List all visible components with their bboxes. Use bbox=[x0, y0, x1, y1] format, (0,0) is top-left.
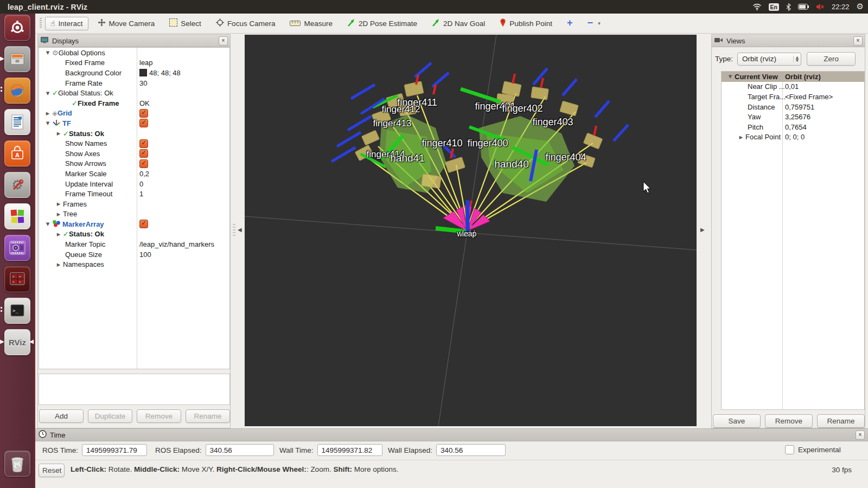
collapse-arrow-icon[interactable]: ▶ bbox=[43, 111, 52, 116]
views-close-icon[interactable]: × bbox=[853, 36, 863, 46]
tree-row-value[interactable]: 30 bbox=[139, 79, 147, 87]
tree-row-value[interactable]: ✓ bbox=[139, 139, 148, 148]
volume-muted-icon[interactable] bbox=[816, 3, 825, 10]
tree-row-value[interactable]: ✓ bbox=[139, 159, 148, 168]
tree-row-background-color[interactable]: Background Color48; 48; 48 bbox=[39, 68, 229, 78]
tree-row-tree[interactable]: ▶Tree bbox=[39, 209, 229, 220]
collapse-arrow-icon[interactable]: ▶ bbox=[737, 134, 745, 140]
tree-row-fixed-frame[interactable]: ✓Fixed FrameOK bbox=[39, 98, 229, 108]
tree-row-distance[interactable]: Distance0,759751 bbox=[722, 102, 864, 112]
collapse-right-icon[interactable]: ▶ bbox=[700, 227, 705, 233]
tree-row-queue-size[interactable]: Queue Size100 bbox=[39, 249, 229, 260]
tree-row-frame-timeout[interactable]: Frame Timeout1 bbox=[39, 189, 229, 199]
tree-row-value[interactable]: <Fixed Frame> bbox=[785, 93, 833, 101]
tree-row-near-clip-[interactable]: Near Clip ...0,01 bbox=[722, 82, 864, 92]
tree-row-status-ok[interactable]: ▶✓Status: Ok bbox=[39, 229, 229, 240]
time-field-input[interactable]: 340.56 bbox=[436, 444, 506, 456]
expand-arrow-icon[interactable]: ▼ bbox=[43, 91, 52, 96]
experimental-checkbox[interactable]: Experimental bbox=[785, 445, 841, 454]
launcher-libreoffice-writer-icon[interactable] bbox=[4, 109, 30, 135]
tool-plus[interactable]: + bbox=[561, 16, 578, 30]
tree-row-fixed-frame[interactable]: Fixed Frameleap bbox=[39, 58, 229, 68]
battery-icon[interactable] bbox=[798, 4, 809, 10]
session-gear-icon[interactable]: ⚙ bbox=[857, 3, 864, 11]
toolbar-grip[interactable] bbox=[40, 18, 42, 29]
keyboard-layout-indicator[interactable]: En bbox=[769, 3, 779, 11]
time-field-input[interactable]: 1495999371.82 bbox=[317, 444, 382, 456]
tool-2d-pose-estimate[interactable]: 2D Pose Estimate bbox=[342, 16, 423, 31]
tree-row-value[interactable]: /leap_viz/hand_markers bbox=[139, 240, 214, 248]
reset-button[interactable]: Reset bbox=[39, 464, 65, 477]
add-button[interactable]: Add bbox=[39, 409, 84, 423]
tree-row-value[interactable]: 3,25676 bbox=[785, 113, 810, 121]
tree-row-global-options[interactable]: ▼⚙Global Options bbox=[39, 48, 229, 58]
checked-checkbox[interactable]: ✓ bbox=[139, 109, 148, 118]
launcher-terminal-icon[interactable]: >_ bbox=[4, 298, 30, 324]
tree-row-value[interactable]: Orbit (rviz) bbox=[785, 73, 821, 81]
launcher-system-settings-icon[interactable]: ⚙ bbox=[4, 172, 30, 198]
collapse-arrow-icon[interactable]: ▶ bbox=[54, 211, 63, 217]
3d-viewport[interactable]: finger411finger412finger413finger410fing… bbox=[245, 35, 697, 426]
tool-select[interactable]: Select bbox=[164, 16, 207, 31]
tree-row-value[interactable]: 0,759751 bbox=[785, 103, 814, 111]
expand-arrow-icon[interactable]: ▼ bbox=[43, 50, 52, 55]
views-panel-header[interactable]: Views × bbox=[712, 35, 865, 47]
tool-interact[interactable]: ☝Interact bbox=[45, 17, 88, 30]
checked-checkbox[interactable]: ✓ bbox=[139, 220, 148, 228]
tree-row-frame-rate[interactable]: Frame Rate30 bbox=[39, 78, 229, 88]
tree-row-show-axes[interactable]: Show Axes✓ bbox=[39, 149, 229, 159]
tree-row-value[interactable]: 100 bbox=[139, 251, 151, 259]
launcher-firefox-icon[interactable] bbox=[4, 78, 30, 104]
tree-row-show-arrows[interactable]: Show Arrows✓ bbox=[39, 159, 229, 169]
launcher-terminator-icon[interactable]: >>>> bbox=[4, 266, 30, 292]
collapse-arrow-icon[interactable]: ▶ bbox=[54, 201, 63, 207]
zero-button[interactable]: Zero bbox=[807, 52, 856, 66]
launcher-dash-icon[interactable] bbox=[4, 15, 30, 41]
save-button[interactable]: Save bbox=[713, 414, 761, 428]
launcher-blocks-icon[interactable] bbox=[4, 203, 30, 229]
displays-close-icon[interactable]: × bbox=[219, 36, 228, 46]
tree-row-value[interactable]: ✓ bbox=[139, 220, 148, 228]
tree-row-tf[interactable]: ▼TF✓ bbox=[39, 118, 229, 129]
tree-row-show-names[interactable]: Show Names✓ bbox=[39, 138, 229, 149]
checked-checkbox[interactable]: ✓ bbox=[139, 159, 148, 168]
tree-row-marker-scale[interactable]: Marker Scale0,2 bbox=[39, 169, 229, 179]
collapse-arrow-icon[interactable]: ▶ bbox=[54, 131, 63, 136]
tree-row-value[interactable]: 0; 0; 0 bbox=[785, 133, 805, 141]
checked-checkbox[interactable]: ✓ bbox=[139, 149, 148, 158]
view-type-combobox[interactable]: Orbit (rviz) ▲▼ bbox=[737, 53, 801, 66]
tree-row-grid[interactable]: ▶◈Grid✓ bbox=[39, 108, 229, 119]
launcher-media-player-icon[interactable] bbox=[4, 235, 30, 261]
tree-row-value[interactable]: leap bbox=[139, 59, 153, 67]
expand-arrow-icon[interactable]: ▼ bbox=[43, 221, 52, 227]
dropdown-arrow-icon[interactable]: ▾ bbox=[598, 21, 601, 26]
tree-row-value[interactable]: 0,2 bbox=[139, 170, 149, 178]
remove-button[interactable]: Remove bbox=[765, 414, 813, 428]
tool-publish-point[interactable]: Publish Point bbox=[494, 16, 558, 31]
tree-row-update-interval[interactable]: Update Interval0 bbox=[39, 179, 229, 189]
tree-row-value[interactable]: 0,01 bbox=[785, 82, 799, 91]
tree-row-frames[interactable]: ▶Frames bbox=[39, 199, 229, 209]
tree-row-global-status-ok[interactable]: ▼✓Global Status: Ok bbox=[39, 88, 229, 98]
tree-row-pitch[interactable]: Pitch0,7654 bbox=[722, 122, 864, 132]
tree-row-current-view[interactable]: ▼Current ViewOrbit (rviz) bbox=[722, 72, 864, 82]
checked-checkbox[interactable]: ✓ bbox=[139, 139, 148, 148]
time-panel-header[interactable]: Time × bbox=[35, 429, 868, 441]
collapse-left-icon[interactable]: ◀ bbox=[238, 227, 242, 233]
tree-row-value[interactable]: OK bbox=[139, 99, 150, 107]
launcher-trash-icon[interactable] bbox=[4, 451, 30, 477]
tree-row-value[interactable]: ✓ bbox=[139, 119, 148, 127]
bluetooth-icon[interactable] bbox=[786, 3, 791, 11]
tool-2d-nav-goal[interactable]: 2D Nav Goal bbox=[426, 16, 490, 31]
tree-row-focal-point[interactable]: ▶Focal Point0; 0; 0 bbox=[722, 132, 864, 143]
experimental-box[interactable] bbox=[785, 445, 794, 454]
collapse-arrow-icon[interactable]: ▶ bbox=[54, 232, 63, 237]
tool-measure[interactable]: Measure bbox=[284, 17, 338, 30]
tool-move-camera[interactable]: Move Camera bbox=[92, 16, 161, 31]
time-close-icon[interactable]: × bbox=[856, 431, 865, 440]
time-field-input[interactable]: 340.56 bbox=[206, 444, 274, 456]
tree-row-value[interactable]: 1 bbox=[139, 190, 143, 198]
time-field-input[interactable]: 1495999371.79 bbox=[82, 444, 147, 456]
tree-row-value[interactable]: 0 bbox=[139, 180, 143, 188]
displays-panel-header[interactable]: Displays × bbox=[38, 35, 230, 47]
